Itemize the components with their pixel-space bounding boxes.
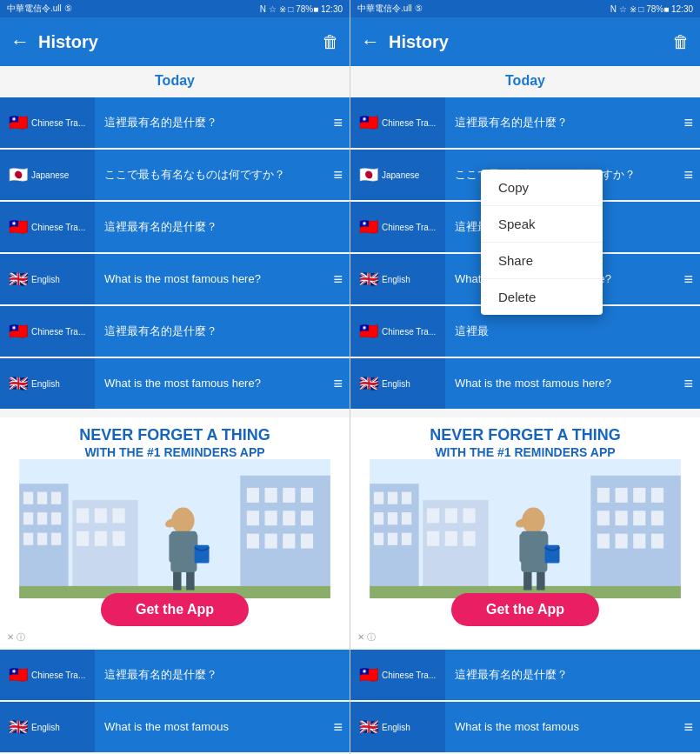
- translation-text: ここで最も有名なものは何ですか？: [96, 150, 326, 200]
- lang-badge: 🇹🇼 Chinese Tra...: [0, 650, 96, 700]
- ad-illustration: [9, 459, 341, 598]
- status-bar-left: 中華電信令.ull ⑤: [7, 3, 72, 15]
- translation-text: 這裡最有名的是什麼？: [96, 97, 326, 148]
- context-menu-item-speak[interactable]: Speak: [481, 206, 603, 243]
- history-item[interactable]: 🇹🇼 Chinese Tra... 這裡最有名的是什麼？: [0, 306, 350, 357]
- lang-badge: 🇹🇼 Chinese Tra...: [0, 202, 96, 252]
- svg-rect-2: [23, 491, 33, 504]
- ad-title: NEVER FORGET A THING: [9, 426, 341, 445]
- lang-name: Chinese Tra...: [31, 223, 85, 232]
- history-item[interactable]: 🇬🇧 English What is the most famous here?…: [0, 358, 350, 409]
- flag-icon: 🇹🇼: [9, 113, 28, 132]
- flag-icon: 🇬🇧: [9, 270, 28, 289]
- svg-rect-13: [95, 508, 107, 523]
- svg-rect-16: [95, 530, 107, 545]
- app-header: ← History 🗑: [0, 17, 350, 66]
- translation-text: What is the most famous here?: [96, 358, 326, 409]
- flag-icon: 🇹🇼: [9, 322, 28, 341]
- svg-rect-3: [37, 491, 47, 504]
- flag-icon: 🇬🇧: [9, 717, 28, 737]
- svg-rect-36: [173, 571, 181, 590]
- phone-panel-right: 中華電信令.ull ⑤ N ☆ ※ □ 78%■ 12:30 ← History…: [350, 0, 700, 754]
- svg-rect-24: [265, 510, 277, 525]
- history-item[interactable]: 🇬🇧 English What is the most famous here?…: [0, 254, 350, 304]
- svg-rect-15: [77, 530, 89, 545]
- svg-rect-10: [51, 532, 61, 544]
- svg-rect-28: [265, 533, 277, 548]
- svg-rect-23: [247, 510, 259, 525]
- history-item[interactable]: 🇹🇼 Chinese Tra... 這裡最有名的是什麼？≡: [0, 97, 350, 148]
- svg-rect-12: [77, 508, 89, 523]
- translation-text: 這裡最有名的是什麼？: [96, 650, 350, 700]
- lang-badge: 🇯🇵 Japanese: [0, 150, 96, 200]
- flag-icon: 🇯🇵: [9, 165, 28, 184]
- get-app-button[interactable]: Get the App: [101, 593, 249, 626]
- menu-dots-button[interactable]: ≡: [326, 358, 350, 409]
- history-item[interactable]: 🇯🇵 Japanese ここで最も有名なものは何ですか？≡: [0, 150, 350, 200]
- ad-close[interactable]: ✕ ⓘ: [7, 631, 25, 644]
- svg-rect-20: [265, 488, 277, 503]
- svg-rect-25: [283, 510, 295, 525]
- svg-rect-9: [37, 532, 47, 544]
- menu-dots-button[interactable]: ≡: [326, 254, 350, 304]
- section-title: Today: [0, 66, 350, 96]
- ad-banner: NEVER FORGET A THING WITH THE #1 REMINDE…: [0, 417, 350, 648]
- page-title: History: [38, 32, 322, 52]
- svg-rect-27: [247, 533, 259, 548]
- lang-badge: 🇹🇼 Chinese Tra...: [0, 306, 96, 357]
- context-menu-item-copy[interactable]: Copy: [481, 170, 603, 206]
- context-menu-overlay[interactable]: CopySpeakShareDelete: [350, 0, 700, 754]
- lang-badge: 🇹🇼 Chinese Tra...: [0, 97, 96, 148]
- translation-text: 這裡最有名的是什麼？: [96, 306, 350, 357]
- svg-rect-21: [283, 488, 295, 503]
- flag-icon: 🇹🇼: [9, 665, 28, 684]
- svg-rect-8: [23, 532, 33, 544]
- svg-rect-39: [195, 544, 210, 563]
- status-bar: 中華電信令.ull ⑤ N ☆ ※ □ 78%■ 12:30: [0, 0, 350, 17]
- svg-rect-30: [301, 533, 313, 548]
- svg-rect-22: [301, 488, 313, 503]
- menu-dots-button[interactable]: ≡: [326, 97, 350, 148]
- translation-text: What is the most famous: [96, 702, 326, 752]
- svg-rect-14: [112, 508, 124, 523]
- svg-rect-17: [112, 530, 124, 545]
- status-bar-right: N ☆ ※ □ 78%■ 12:30: [260, 4, 343, 14]
- bottom-history-list: 🇹🇼 Chinese Tra... 這裡最有名的是什麼？ 🇬🇧 English …: [0, 648, 350, 754]
- svg-rect-7: [51, 512, 61, 524]
- history-list: 🇹🇼 Chinese Tra... 這裡最有名的是什麼？≡ 🇯🇵 Japanes…: [0, 96, 350, 417]
- context-menu: CopySpeakShareDelete: [481, 170, 603, 315]
- flag-icon: 🇬🇧: [9, 374, 28, 393]
- menu-dots-button[interactable]: ≡: [326, 702, 350, 752]
- svg-rect-19: [247, 488, 259, 503]
- lang-name: Japanese: [31, 170, 69, 180]
- translation-text: 這裡最有名的是什麼？: [96, 202, 350, 252]
- svg-rect-6: [37, 512, 47, 524]
- svg-rect-37: [186, 571, 194, 590]
- lang-name: English: [31, 379, 60, 389]
- svg-rect-34: [169, 533, 176, 562]
- svg-rect-4: [51, 491, 61, 504]
- phone-panel-left: 中華電信令.ull ⑤ N ☆ ※ □ 78%■ 12:30 ← History…: [0, 0, 350, 754]
- lang-name: Chinese Tra...: [31, 327, 85, 337]
- flag-icon: 🇹🇼: [9, 217, 28, 237]
- history-item[interactable]: 🇬🇧 English What is the most famous≡: [0, 702, 350, 752]
- ad-subtitle: WITH THE #1 REMINDERS APP: [9, 445, 341, 459]
- svg-rect-26: [301, 510, 313, 525]
- context-menu-item-share[interactable]: Share: [481, 243, 603, 279]
- delete-button[interactable]: 🗑: [322, 32, 339, 52]
- lang-name: English: [31, 275, 60, 284]
- lang-name: Chinese Tra...: [31, 671, 85, 680]
- history-item[interactable]: 🇹🇼 Chinese Tra... 這裡最有名的是什麼？: [0, 650, 350, 700]
- context-menu-item-delete[interactable]: Delete: [481, 279, 603, 315]
- lang-badge: 🇬🇧 English: [0, 254, 96, 304]
- history-item[interactable]: 🇹🇼 Chinese Tra... 這裡最有名的是什麼？: [0, 202, 350, 252]
- svg-rect-29: [283, 533, 295, 548]
- back-button[interactable]: ←: [10, 30, 30, 53]
- lang-badge: 🇬🇧 English: [0, 702, 96, 752]
- svg-rect-5: [23, 512, 33, 524]
- lang-badge: 🇬🇧 English: [0, 358, 96, 409]
- menu-dots-button[interactable]: ≡: [326, 150, 350, 200]
- translation-text: What is the most famous here?: [96, 254, 326, 304]
- lang-name: English: [31, 723, 60, 732]
- lang-name: Chinese Tra...: [31, 118, 85, 128]
